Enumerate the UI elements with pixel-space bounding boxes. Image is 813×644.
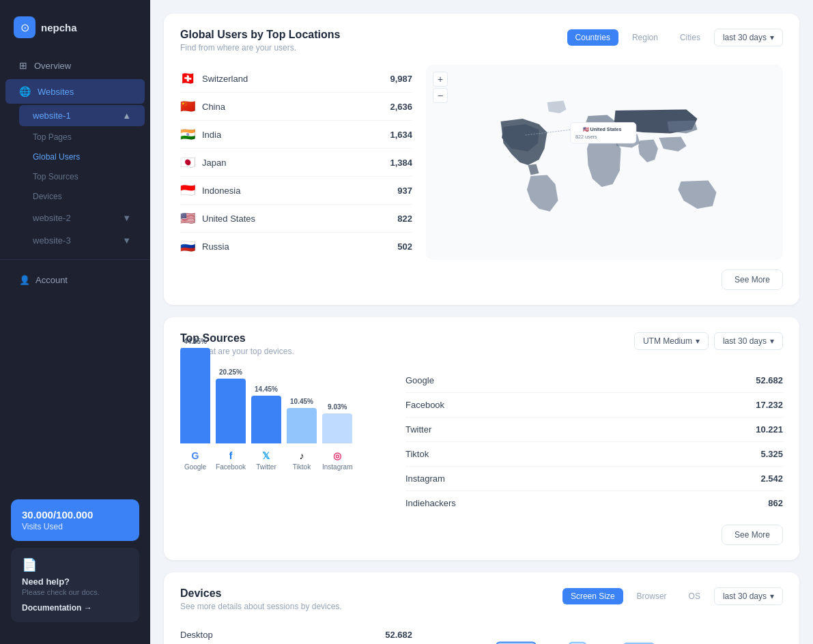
devices-content: Desktop 52.682 Mobile 17.232 Tablet 10.2… [180, 624, 783, 644]
bar-icon-label-3: ♪ Tiktok [293, 450, 311, 471]
tab-region[interactable]: Region [624, 29, 666, 46]
sidebar-nav: ⊞ Overview 🌐 Websites website-1 ▲ Top Pa… [0, 52, 150, 488]
zoom-in-btn[interactable]: + [433, 72, 448, 87]
help-card: 📄 Need help? Please check our docs. Docu… [11, 548, 139, 622]
country-name-5: United States [202, 214, 255, 224]
country-left-2: 🇮🇳 India [180, 127, 221, 142]
sidebar-subitem-global-users[interactable]: Global Users [19, 147, 145, 166]
global-users-title: Global Users by Top Locations [180, 29, 340, 41]
bar-name-0: Google [184, 463, 206, 471]
date-dropdown-label-devices: last 30 days [723, 591, 767, 601]
sidebar-item-websites[interactable]: 🌐 Websites [5, 79, 145, 104]
sidebar: ⊙ nepcha ⊞ Overview 🌐 Websites website-1… [0, 0, 150, 644]
date-dropdown-global[interactable]: last 30 days ▾ [714, 29, 783, 46]
date-dropdown-sources[interactable]: last 30 days ▾ [714, 332, 783, 350]
visits-label: Visits Used [22, 522, 128, 531]
country-left-1: 🇨🇳 China [180, 99, 225, 114]
chevron-down-icon-w2: ▼ [122, 213, 131, 223]
sidebar-subitem-top-pages[interactable]: Top Pages [19, 128, 145, 147]
devices-icons [433, 624, 783, 644]
logo-text: nepcha [41, 22, 77, 33]
country-flag-5: 🇺🇸 [180, 211, 195, 226]
top-sources-see-more-wrap: See More [180, 525, 783, 545]
utm-dropdown[interactable]: UTM Medium ▾ [634, 332, 709, 350]
sources-list: Google 52.682 Facebook 17.232 Twitter 10… [405, 368, 783, 515]
source-count-5: 862 [768, 498, 783, 508]
help-icon: 📄 [22, 557, 128, 572]
sidebar-website2-header[interactable]: website-2 ▼ [19, 207, 145, 229]
laptop-icon-wrap [680, 641, 721, 645]
source-count-0: 52.682 [756, 375, 783, 385]
source-name-0: Google [405, 375, 434, 385]
devices-list: Desktop 52.682 Mobile 17.232 Tablet 10.2… [180, 624, 412, 644]
mobile-icon [557, 641, 598, 645]
zoom-out-btn[interactable]: − [433, 88, 448, 103]
top-sources-see-more-btn[interactable]: See More [722, 525, 783, 545]
country-left-5: 🇺🇸 United States [180, 211, 255, 226]
utm-dropdown-label: UTM Medium [643, 336, 692, 346]
country-name-4: Indonesia [202, 186, 240, 196]
country-flag-0: 🇨🇭 [180, 71, 195, 86]
country-count-6: 502 [397, 241, 412, 252]
chevron-down-icon-global: ▾ [770, 33, 774, 42]
bar-name-3: Tiktok [293, 463, 311, 471]
country-left-3: 🇯🇵 Japan [180, 155, 226, 170]
devices-controls: Screen Size Browser OS last 30 days ▾ [562, 587, 783, 605]
country-row: 🇨🇳 China 2,636 [180, 93, 412, 121]
sidebar-website3-header[interactable]: website-3 ▼ [19, 230, 145, 251]
top-pages-label: Top Pages [33, 132, 72, 142]
country-flag-6: 🇷🇺 [180, 239, 195, 254]
country-flag-4: 🇮🇩 [180, 183, 195, 198]
tab-cities[interactable]: Cities [672, 29, 709, 46]
bar-3 [287, 408, 317, 443]
country-row: 🇺🇸 United States 822 [180, 205, 412, 233]
bar-icon-1: f [229, 450, 233, 461]
sidebar-item-overview[interactable]: ⊞ Overview [5, 53, 145, 78]
date-dropdown-label-global: last 30 days [723, 33, 767, 42]
devices-header: Devices See more details about sessions … [180, 587, 783, 611]
date-dropdown-devices[interactable]: last 30 days ▾ [714, 587, 783, 605]
tab-browser[interactable]: Browser [629, 588, 675, 604]
country-flag-2: 🇮🇳 [180, 127, 195, 142]
devices-title: Devices [180, 587, 342, 600]
bar-label-1: 20.25% [219, 368, 242, 376]
country-name-2: India [202, 130, 221, 140]
bar-icon-label-4: ◎ Instagram [322, 450, 352, 471]
country-left-6: 🇷🇺 Russia [180, 239, 229, 254]
bar-icon-4: ◎ [333, 450, 341, 461]
bar-icon-3: ♪ [300, 450, 304, 461]
sidebar-website1-header[interactable]: website-1 ▲ [19, 105, 145, 126]
bar-wrap-1: 20.25% f Facebook [216, 368, 246, 471]
global-users-see-more-btn[interactable]: See More [722, 269, 783, 290]
country-row: 🇯🇵 Japan 1,384 [180, 149, 412, 177]
tab-os[interactable]: OS [681, 588, 709, 604]
top-sources-header: Top Sources Find what are your top devic… [180, 332, 783, 356]
tab-countries[interactable]: Countries [567, 29, 618, 46]
country-name-0: Switzerland [202, 74, 248, 84]
date-dropdown-label-sources: last 30 days [723, 336, 767, 346]
bar-name-1: Facebook [216, 463, 246, 471]
source-row: Instagram 2.542 [405, 467, 783, 491]
sidebar-website1-subitems: Top Pages Global Users Top Sources Devic… [14, 128, 150, 206]
sidebar-subitem-devices[interactable]: Devices [19, 187, 145, 206]
source-count-4: 2.542 [760, 473, 783, 484]
chevron-down-icon-w3: ▼ [122, 235, 131, 246]
chevron-down-icon-sources: ▾ [770, 336, 774, 346]
logo: ⊙ nepcha [0, 11, 150, 52]
sidebar-item-label-websites: Websites [38, 87, 74, 97]
visits-card: 30.000/100.000 Visits Used [11, 499, 139, 541]
devices-label: Devices [33, 192, 62, 201]
map-zoom-controls: + − [433, 72, 448, 103]
global-users-see-more-wrap: See More [180, 269, 783, 290]
sidebar-item-account[interactable]: 👤 Account [5, 268, 145, 292]
bar-icon-0: G [192, 450, 199, 461]
source-row: Twitter 10.221 [405, 418, 783, 442]
laptop-icon [680, 641, 721, 645]
sidebar-subitem-top-sources[interactable]: Top Sources [19, 167, 145, 186]
location-content: 🇨🇭 Switzerland 9,987 🇨🇳 China 2,636 🇮🇳 I… [180, 65, 783, 260]
country-row: 🇮🇳 India 1,634 [180, 121, 412, 149]
tab-screen-size[interactable]: Screen Size [562, 588, 623, 604]
svg-text:822 users: 822 users [575, 134, 597, 140]
desktop-icon-wrap [496, 641, 537, 645]
docs-link[interactable]: Documentation → [22, 603, 128, 613]
